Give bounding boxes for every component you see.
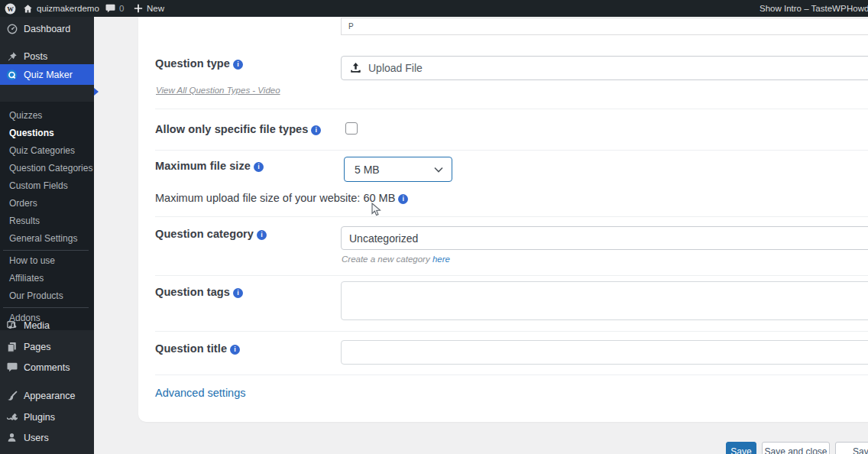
- submenu-item-results[interactable]: Results: [0, 212, 94, 230]
- question-type-value: Upload File: [368, 62, 423, 74]
- sidebar-item-label: Quiz Maker: [24, 70, 73, 80]
- sidebar-item-pages[interactable]: Pages: [0, 336, 94, 357]
- comments-icon: [6, 362, 18, 372]
- mouse-cursor: [371, 203, 381, 220]
- allow-file-types-checkbox[interactable]: [345, 122, 358, 135]
- question-type-select[interactable]: Upload File: [341, 56, 868, 80]
- site-name-menu[interactable]: quizmakerdemo: [23, 0, 99, 17]
- wordpress-logo-icon: W: [5, 3, 16, 15]
- upload-icon: [349, 62, 362, 74]
- show-intro-label: Show Intro – TasteWP: [760, 4, 847, 13]
- row-divider: [155, 216, 868, 217]
- comment-bubble-icon: [105, 4, 115, 13]
- quiz-maker-icon: [6, 69, 18, 81]
- howdy-label: Howd: [847, 4, 868, 13]
- admin-sidebar: Dashboard Posts Quiz Maker Quizzes Quest…: [0, 17, 94, 454]
- comments-menu[interactable]: 0: [105, 0, 124, 17]
- sidebar-item-label: Plugins: [24, 412, 55, 423]
- howdy-menu[interactable]: Howd: [847, 0, 868, 17]
- submenu-item-general-settings[interactable]: General Settings: [0, 230, 94, 248]
- max-file-size-value: 5 MB: [355, 164, 380, 176]
- view-question-types-link[interactable]: View All Question Types - Video: [156, 86, 280, 95]
- save-and-close-button[interactable]: Save and close: [762, 442, 830, 454]
- submenu-item-custom-fields[interactable]: Custom Fields: [0, 177, 94, 195]
- save-and-new-button[interactable]: Save an: [835, 442, 868, 454]
- sidebar-item-label: Posts: [24, 51, 47, 62]
- save-button[interactable]: Save: [726, 442, 756, 454]
- sidebar-item-plugins[interactable]: Plugins: [0, 407, 94, 427]
- chevron-down-icon: [434, 167, 443, 173]
- sidebar-item-label: Comments: [24, 362, 70, 373]
- sidebar-item-label: Users: [24, 433, 49, 443]
- sidebar-item-posts[interactable]: Posts: [0, 46, 94, 66]
- home-icon: [23, 4, 33, 14]
- sidebar-item-comments[interactable]: Comments: [0, 357, 94, 378]
- sidebar-item-label: Dashboard: [24, 24, 70, 34]
- info-icon[interactable]: i: [254, 162, 264, 172]
- info-icon[interactable]: i: [311, 125, 321, 135]
- sidebar-item-dashboard[interactable]: Dashboard: [0, 18, 94, 39]
- submenu-item-quiz-categories[interactable]: Quiz Categories: [0, 142, 94, 160]
- max-file-size-select[interactable]: 5 MB: [344, 157, 452, 182]
- submenu-item-our-products[interactable]: Our Products: [0, 287, 94, 305]
- advanced-settings-link[interactable]: Advanced settings: [155, 387, 246, 399]
- submenu-item-orders[interactable]: Orders: [0, 195, 94, 212]
- question-title-label: Question titlei: [155, 342, 240, 355]
- info-icon[interactable]: i: [398, 194, 408, 204]
- submenu-item-affiliates[interactable]: Affiliates: [0, 270, 94, 287]
- media-icon: [6, 320, 18, 331]
- wordpress-admin-screen: W quizmakerdemo 0 New Show Intro – Taste…: [0, 0, 868, 454]
- svg-text:W: W: [7, 5, 14, 12]
- max-upload-note: Maximum upload file size of your website…: [155, 192, 408, 204]
- question-tags-input[interactable]: [341, 281, 868, 320]
- user-icon: [6, 433, 18, 443]
- pages-icon: [6, 342, 18, 352]
- comment-count: 0: [119, 4, 124, 13]
- info-icon[interactable]: i: [230, 345, 240, 355]
- sidebar-item-appearance[interactable]: Appearance: [0, 385, 94, 406]
- main-content: P Question typei Upload File View All Qu…: [94, 17, 868, 454]
- question-title-input[interactable]: [341, 340, 868, 365]
- question-tags-label: Question tagsi: [155, 286, 243, 298]
- editor-path-bar: P: [341, 18, 868, 35]
- editor-path-label: P: [348, 22, 354, 31]
- submenu-divider: [3, 307, 89, 308]
- max-file-size-label: Maximum file sizei: [155, 160, 264, 172]
- info-icon[interactable]: i: [257, 230, 267, 240]
- dashboard-icon: [6, 24, 18, 34]
- quiz-maker-submenu: Quizzes Questions Quiz Categories Questi…: [0, 102, 94, 330]
- new-label: New: [147, 4, 164, 13]
- row-divider: [155, 109, 868, 109]
- sidebar-item-quiz-maker[interactable]: Quiz Maker: [0, 64, 94, 85]
- sidebar-item-users[interactable]: Users: [0, 427, 94, 448]
- submenu-item-quizzes[interactable]: Quizzes: [0, 107, 94, 125]
- allow-file-types-label: Allow only specific file typesi: [155, 123, 321, 135]
- question-form-card: P Question typei Upload File View All Qu…: [138, 17, 868, 422]
- question-category-select[interactable]: Uncategorized: [341, 226, 868, 250]
- row-divider: [155, 331, 868, 332]
- submenu-item-questions[interactable]: Questions: [0, 125, 94, 142]
- sidebar-item-label: Media: [24, 320, 50, 331]
- plus-icon: [134, 4, 143, 13]
- pushpin-icon: [6, 51, 18, 62]
- admin-bar: W quizmakerdemo 0 New Show Intro – Taste…: [0, 0, 868, 17]
- create-category-link[interactable]: here: [432, 255, 450, 264]
- sidebar-item-label: Appearance: [24, 391, 75, 401]
- sidebar-item-media[interactable]: Media: [0, 315, 94, 336]
- show-intro-menu[interactable]: Show Intro – TasteWP: [760, 0, 847, 17]
- info-icon[interactable]: i: [233, 60, 243, 70]
- active-menu-arrow: [94, 88, 99, 96]
- wordpress-logo-menu[interactable]: W: [5, 0, 16, 17]
- paintbrush-icon: [6, 391, 18, 401]
- plugin-icon: [6, 412, 18, 423]
- create-category-helper: Create a new category here: [342, 255, 450, 264]
- new-content-menu[interactable]: New: [134, 0, 164, 17]
- row-divider: [155, 375, 868, 375]
- question-category-value: Uncategorized: [349, 232, 418, 245]
- row-divider: [155, 275, 868, 276]
- sidebar-item-label: Pages: [24, 342, 50, 352]
- question-category-label: Question categoryi: [155, 228, 267, 240]
- submenu-item-question-categories[interactable]: Question Categories: [0, 160, 94, 177]
- info-icon[interactable]: i: [233, 288, 243, 298]
- submenu-item-how-to-use[interactable]: How to use: [0, 252, 94, 270]
